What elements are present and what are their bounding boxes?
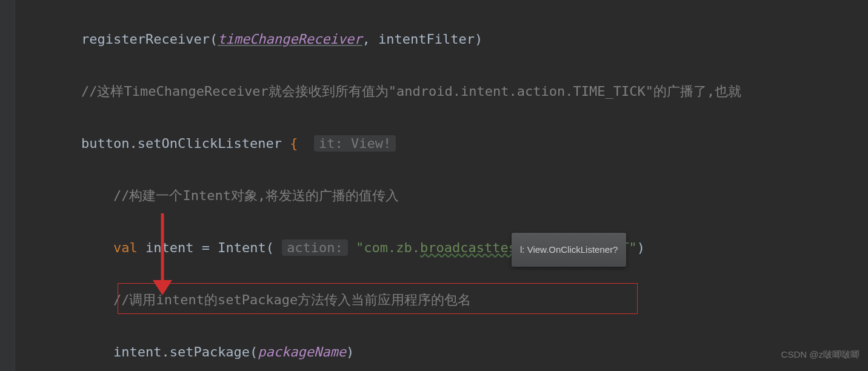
code-line: //调用intent的setPackage方法传入当前应用程序的包名 [15,287,868,313]
inlay-hint: action: [282,239,348,256]
code-line: intent.setPackage(packageName) [15,339,868,365]
editor-gutter [0,0,15,371]
inlay-hint: it: View! [314,135,396,152]
code-line: registerReceiver(timeChangeReceiver, int… [15,26,868,52]
code-line: //构建一个Intent对象,将发送的广播的值传入 [15,182,868,209]
param-info-tooltip: l: View.OnClickListener? [512,233,626,267]
watermark: CSDN @z啵唧啵唧 [781,341,860,367]
code-line: val intent = Intent( action: "com.zb.bro… [15,235,868,261]
code-line: button.setOnClickListener { it: View! [15,130,868,156]
code-editor[interactable]: registerReceiver(timeChangeReceiver, int… [15,0,868,371]
code-line: //这样TimeChangeReceiver就会接收到所有值为"android.… [15,78,868,104]
